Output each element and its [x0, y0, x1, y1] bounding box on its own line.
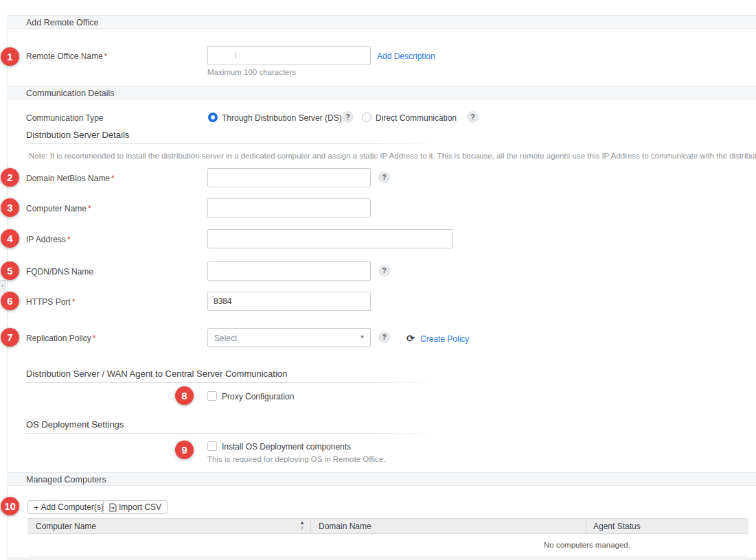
required-asterisk: *	[93, 334, 96, 343]
install-osd-components-label: Install OS Deployment components	[222, 442, 351, 452]
add-description-link[interactable]: Add Description	[377, 51, 435, 61]
annotation-badge-4: 4	[1, 229, 19, 248]
wan-agent-section-title: Distribution Server / WAN Agent to Centr…	[26, 369, 287, 379]
import-csv-button[interactable]: Import CSV	[103, 500, 168, 514]
os-deployment-section-title: OS Deployment Settings	[26, 419, 124, 430]
help-icon[interactable]: ?	[378, 331, 390, 343]
add-remote-office-page: Add Remote Office Remote Office Name* I …	[0, 0, 756, 560]
radio-direct-label: Direct Communication	[376, 113, 457, 123]
section-header-add-remote-office: Add Remote Office	[7, 15, 756, 29]
ip-address-label: IP Address*	[26, 235, 71, 244]
osd-helper-text: This is required for deploying OS in Rem…	[207, 455, 385, 463]
annotation-badge-6: 6	[1, 292, 19, 310]
column-divider	[310, 519, 311, 535]
column-header-computer-name[interactable]: Computer Name	[36, 522, 96, 531]
https-port-input[interactable]	[207, 292, 371, 311]
replication-policy-label: Replication Policy*	[26, 334, 95, 343]
annotation-badge-7: 7	[1, 328, 19, 347]
subsection-divider	[26, 433, 438, 434]
required-asterisk: *	[104, 51, 108, 61]
annotation-badge-9: 9	[175, 441, 194, 459]
radio-direct-communication[interactable]	[362, 113, 371, 122]
create-policy-link[interactable]: Create Policy	[420, 334, 469, 344]
fqdn-dns-name-label: FQDN/DNS Name	[26, 267, 93, 277]
section-header-managed-computers: Managed Computers	[7, 472, 756, 486]
annotation-badge-5: 5	[1, 261, 19, 280]
annotation-badge-2: 2	[1, 168, 19, 187]
help-icon[interactable]: ?	[342, 111, 354, 123]
domain-netbios-name-input[interactable]	[207, 168, 371, 187]
install-osd-components-checkbox[interactable]	[207, 441, 217, 451]
computers-table-header: Computer Name ▲ ▼ Domain Name Agent Stat…	[27, 518, 748, 534]
annotation-badge-8: 8	[175, 386, 194, 405]
help-icon[interactable]: ?	[467, 111, 479, 123]
subsection-divider	[26, 143, 438, 144]
plus-icon: +	[34, 502, 39, 513]
empty-table-message: No computers managed.	[544, 541, 630, 549]
remote-office-name-label: Remote Office Name*	[26, 51, 108, 61]
https-port-label: HTTPS Port*	[26, 297, 75, 307]
computer-name-label: Computer Name*	[26, 204, 91, 213]
help-icon[interactable]: ?	[378, 265, 390, 277]
domain-netbios-name-label: Domain NetBios Name*	[26, 174, 115, 183]
annotation-badge-10: 10	[1, 497, 19, 515]
sidebar-collapse-handle[interactable]: ‹	[0, 280, 5, 292]
replication-policy-select[interactable]: Select ▾	[207, 328, 371, 347]
required-asterisk: *	[111, 174, 115, 183]
ip-address-input[interactable]	[207, 229, 453, 248]
text-cursor-icon: I	[234, 50, 237, 61]
column-header-domain-name[interactable]: Domain Name	[319, 522, 371, 531]
max-chars-helper: Maximum 100 characters	[207, 68, 296, 76]
refresh-icon[interactable]: ⟳	[406, 333, 415, 344]
computers-table-empty-row: No computers managed.	[27, 534, 748, 557]
annotation-badge-3: 3	[1, 198, 19, 217]
select-placeholder: Select	[214, 334, 237, 343]
computer-name-input[interactable]	[207, 198, 371, 218]
required-asterisk: *	[88, 204, 91, 213]
column-divider	[586, 519, 586, 535]
annotation-badge-1: 1	[1, 47, 19, 66]
add-computers-button[interactable]: + Add Computer(s)	[27, 500, 110, 514]
section-header-communication-details: Communication Details	[7, 86, 756, 100]
remote-office-name-input[interactable]	[207, 46, 371, 65]
proxy-configuration-label: Proxy Configuration	[222, 392, 294, 401]
required-asterisk: *	[72, 297, 76, 307]
import-csv-icon	[109, 503, 117, 512]
table-footer-strip	[7, 557, 756, 560]
fqdn-dns-name-input[interactable]	[207, 261, 371, 281]
distribution-server-details-title: Distribution Server Details	[26, 130, 129, 140]
communication-details-title: Communication Details	[26, 89, 115, 98]
required-asterisk: *	[67, 235, 71, 244]
subsection-divider	[26, 382, 438, 383]
radio-ds-label: Through Distribution Server (DS)	[222, 113, 342, 123]
radio-through-distribution-server[interactable]	[208, 113, 218, 122]
help-icon[interactable]: ?	[378, 172, 390, 183]
column-header-agent-status[interactable]: Agent Status	[593, 522, 641, 531]
managed-computers-title: Managed Computers	[26, 475, 106, 485]
communication-type-label: Communication Type	[26, 113, 104, 123]
distribution-server-note: Note: It is recommended to install the d…	[29, 152, 756, 160]
sort-icon[interactable]: ▲ ▼	[299, 520, 306, 531]
proxy-configuration-checkbox[interactable]	[207, 391, 217, 401]
chevron-down-icon: ▾	[360, 333, 364, 340]
page-title: Add Remote Office	[26, 18, 98, 27]
